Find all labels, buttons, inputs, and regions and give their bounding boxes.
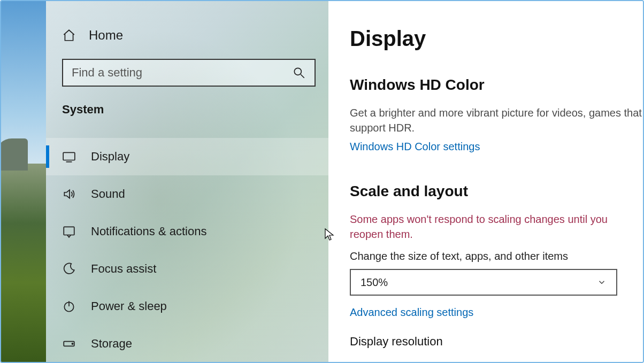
sidebar-item-storage[interactable]: Storage — [46, 325, 328, 362]
moon-icon — [62, 262, 76, 276]
sidebar-item-label: Focus assist — [91, 262, 156, 276]
storage-icon — [62, 337, 76, 351]
sidebar-item-power-sleep[interactable]: Power & sleep — [46, 288, 328, 325]
svg-rect-2 — [63, 152, 75, 160]
sidebar-category-label: System — [46, 103, 328, 117]
svg-line-1 — [301, 74, 304, 78]
home-icon — [62, 28, 76, 42]
sidebar-item-label: Storage — [91, 337, 132, 351]
sidebar-item-notifications[interactable]: Notifications & actions — [46, 213, 328, 250]
sidebar-item-label: Display — [91, 150, 129, 164]
wallpaper-mountain — [1, 138, 28, 171]
search-input[interactable] — [72, 66, 292, 80]
settings-sidebar: Home System Display Sound Notifications … — [46, 1, 328, 362]
scale-layout-title: Scale and layout — [350, 183, 643, 200]
sidebar-item-sound[interactable]: Sound — [46, 175, 328, 213]
sidebar-nav-list: Display Sound Notifications & actions Fo… — [46, 138, 328, 362]
hd-color-settings-link[interactable]: Windows HD Color settings — [350, 141, 480, 153]
sidebar-item-label: Notifications & actions — [91, 225, 206, 238]
hd-color-desc: Get a brighter and more vibrant picture … — [350, 105, 643, 135]
sound-icon — [62, 187, 76, 201]
sidebar-item-display[interactable]: Display — [46, 138, 328, 175]
scale-dropdown[interactable]: 150% — [350, 269, 617, 296]
svg-rect-4 — [64, 227, 74, 235]
advanced-scaling-link[interactable]: Advanced scaling settings — [350, 306, 473, 319]
hd-color-title: Windows HD Color — [350, 76, 643, 94]
home-label: Home — [89, 28, 123, 43]
scale-field-label: Change the size of text, apps, and other… — [350, 250, 643, 262]
sidebar-item-label: Power & sleep — [91, 299, 167, 313]
search-box[interactable] — [62, 59, 316, 87]
desktop-wallpaper-strip — [1, 1, 46, 362]
power-icon — [62, 299, 76, 313]
sidebar-item-label: Sound — [91, 187, 125, 201]
page-title: Display — [350, 27, 643, 51]
svg-point-0 — [294, 68, 301, 75]
search-icon — [292, 66, 306, 80]
chevron-down-icon — [597, 277, 607, 287]
sidebar-home[interactable]: Home — [46, 28, 328, 43]
display-resolution-label: Display resolution — [350, 335, 643, 349]
display-icon — [62, 150, 76, 164]
notifications-icon — [62, 225, 76, 238]
sidebar-item-focus-assist[interactable]: Focus assist — [46, 250, 328, 288]
svg-point-8 — [72, 343, 73, 344]
scale-warning: Some apps won't respond to scaling chang… — [350, 212, 643, 242]
scale-dropdown-value: 150% — [361, 276, 388, 289]
settings-content: Display Windows HD Color Get a brighter … — [328, 1, 643, 362]
